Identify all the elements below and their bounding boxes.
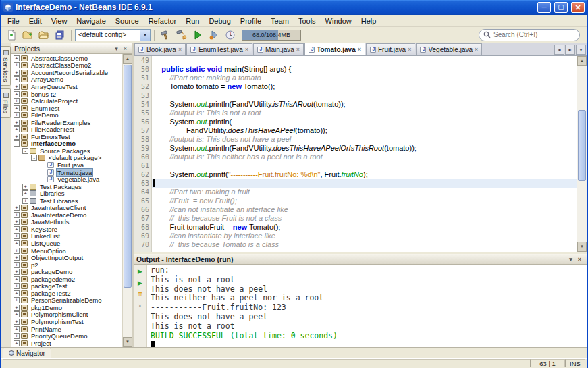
editor-tab-fruit[interactable]: Fruit.java×: [366, 43, 415, 55]
line-number[interactable]: 51: [134, 74, 152, 82]
menu-navigate[interactable]: Navigate: [72, 16, 110, 26]
code-line[interactable]: 57 FandVUtility.doesThisHaveAPeel(tomato…: [134, 126, 577, 135]
tree-item[interactable]: +EnumTest: [11, 105, 122, 112]
maximize-button[interactable]: ▢: [554, 2, 568, 13]
expand-handle-icon[interactable]: +: [14, 76, 20, 82]
code-line[interactable]: 67 // this because Fruit is not a class: [134, 214, 577, 223]
tab-close-icon[interactable]: ×: [296, 47, 300, 53]
menu-run[interactable]: Run: [181, 16, 204, 26]
menu-view[interactable]: View: [47, 16, 72, 26]
editor-scrollbar[interactable]: ▲ ▼: [577, 56, 587, 252]
debug-button[interactable]: [207, 28, 221, 42]
tree-item[interactable]: +JavaMethods: [11, 219, 122, 226]
code-line[interactable]: 54 System.out.println(FandVUtility.isThi…: [134, 100, 577, 109]
expand-handle-icon[interactable]: +: [14, 283, 20, 289]
editor-tab-main[interactable]: Main.java×: [253, 43, 304, 55]
tree-item[interactable]: +packageTest: [11, 283, 122, 290]
tab-close-icon[interactable]: ×: [245, 47, 248, 53]
code-line[interactable]: 64 //Part two: making a fruit: [134, 188, 577, 196]
code-line[interactable]: 61: [134, 161, 577, 170]
run-button[interactable]: [190, 28, 205, 42]
chevron-down-icon[interactable]: ▼: [140, 30, 150, 41]
code-line[interactable]: 53: [134, 91, 577, 100]
menu-debug[interactable]: Debug: [204, 16, 235, 26]
navigator-tab[interactable]: Navigator: [3, 348, 51, 358]
search-input[interactable]: [493, 31, 575, 38]
rerun-debug-button[interactable]: ▶: [135, 278, 146, 288]
tab-list-icon[interactable]: ▾: [576, 45, 586, 55]
code-line[interactable]: 51 //Part one: making a tomato: [134, 74, 577, 82]
tree-item[interactable]: +Test Packages: [11, 183, 122, 190]
menu-profile[interactable]: Profile: [236, 16, 266, 26]
menu-source[interactable]: Source: [111, 16, 144, 26]
tree-item[interactable]: +PriorityQueueDemo: [11, 332, 122, 340]
expand-handle-icon[interactable]: +: [14, 205, 20, 211]
tree-item[interactable]: +FileReaderExamples: [11, 119, 122, 126]
expand-handle-icon[interactable]: +: [14, 255, 20, 261]
expand-handle-icon[interactable]: +: [14, 70, 20, 76]
line-number[interactable]: 55: [134, 109, 152, 117]
line-number[interactable]: 49: [134, 56, 152, 65]
editor-tab-tomato[interactable]: Tomato.java×: [304, 43, 365, 55]
expand-handle-icon[interactable]: +: [14, 333, 20, 339]
new-file-button[interactable]: [4, 28, 19, 42]
output-console[interactable]: run:This is not a rootThis does not have…: [147, 265, 587, 347]
code-line[interactable]: 55 //output is: This is not a root: [134, 109, 577, 117]
tab-scroll-left-icon[interactable]: ◂: [554, 45, 564, 55]
line-number[interactable]: 68: [134, 223, 152, 232]
expand-handle-icon[interactable]: -: [14, 140, 20, 147]
tree-item[interactable]: -InterfaceDemo: [11, 140, 122, 148]
expand-handle-icon[interactable]: +: [14, 226, 20, 232]
line-number[interactable]: 69: [134, 232, 152, 240]
output-minimize-icon[interactable]: ▾: [566, 255, 575, 263]
menu-edit[interactable]: Edit: [24, 16, 47, 26]
code-line[interactable]: 63: [134, 179, 577, 188]
tree-item[interactable]: Tomato.java: [11, 169, 122, 176]
line-number[interactable]: 56: [134, 117, 152, 126]
tree-item[interactable]: +JavaInterfaceClient: [11, 204, 122, 211]
expand-handle-icon[interactable]: +: [14, 269, 20, 275]
line-number[interactable]: 57: [134, 126, 152, 135]
rerun-button[interactable]: ▶: [135, 266, 146, 276]
tree-item[interactable]: +bonus-t2: [11, 90, 122, 98]
output-close-icon[interactable]: ×: [575, 255, 584, 263]
output-header[interactable]: Output - InterfaceDemo (run) ▾ ×: [134, 254, 587, 265]
expand-handle-icon[interactable]: +: [14, 84, 20, 90]
line-number[interactable]: 67: [134, 214, 152, 223]
minimize-button[interactable]: ─: [537, 2, 551, 13]
memory-indicator[interactable]: 68.0/108.4MB: [242, 30, 301, 41]
tree-item[interactable]: +LinkedList: [11, 233, 122, 240]
tree-item[interactable]: Vegetable.java: [11, 176, 122, 183]
tree-item[interactable]: +packagedemo2: [11, 275, 122, 283]
tree-item[interactable]: +KeyStore: [11, 226, 122, 233]
expand-handle-icon[interactable]: +: [22, 190, 28, 196]
tree-item[interactable]: +Libraries: [11, 190, 122, 197]
expand-handle-icon[interactable]: +: [14, 311, 20, 317]
dock-tab-files[interactable]: Files: [1, 88, 11, 117]
tree-item[interactable]: +PolymorphismClient: [11, 311, 122, 319]
expand-handle-icon[interactable]: +: [14, 262, 20, 268]
tree-item[interactable]: +MenuOption: [11, 247, 122, 255]
tree-item[interactable]: +pkg1Demo: [11, 304, 122, 311]
expand-handle-icon[interactable]: +: [14, 340, 20, 346]
search-box[interactable]: [479, 29, 580, 41]
build-button[interactable]: [158, 28, 173, 42]
code-line[interactable]: 65 //Fruit = new Fruit();: [134, 196, 577, 205]
expand-handle-icon[interactable]: +: [22, 198, 28, 204]
dock-tab-services[interactable]: Services: [1, 46, 11, 86]
line-number[interactable]: 61: [134, 161, 152, 170]
scrollbar-thumb[interactable]: [124, 65, 132, 288]
editor-tab-book[interactable]: Book.java×: [134, 43, 186, 55]
tree-item[interactable]: +FileDemo: [11, 111, 122, 119]
expand-handle-icon[interactable]: +: [14, 55, 20, 61]
clean-build-button[interactable]: [174, 28, 189, 42]
line-number[interactable]: 50: [134, 65, 152, 74]
expand-handle-icon[interactable]: +: [14, 98, 20, 104]
tree-item[interactable]: +ObjectInputOutput: [11, 254, 122, 261]
tab-close-icon[interactable]: ×: [475, 47, 478, 53]
code-line[interactable]: 66 //can not instantiate an interface li…: [134, 205, 577, 214]
panel-close-icon[interactable]: ×: [121, 45, 130, 53]
expand-handle-icon[interactable]: +: [14, 297, 20, 303]
expand-handle-icon[interactable]: +: [14, 112, 20, 118]
code-line[interactable]: 62 System.out.printf("-----------Fruit.f…: [134, 170, 577, 179]
